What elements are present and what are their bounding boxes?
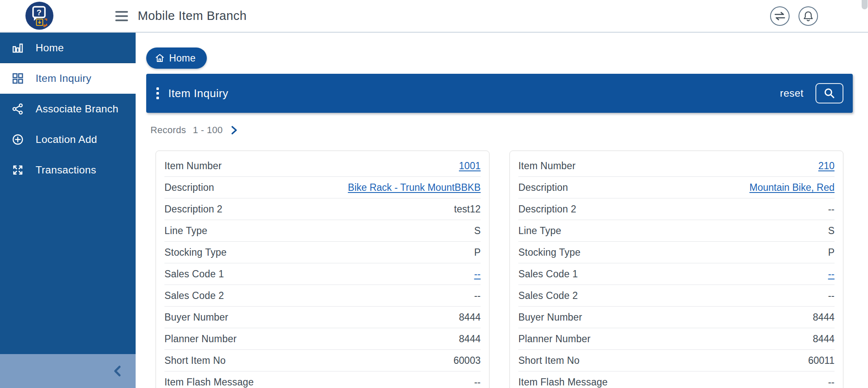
card-row: Sales Code 1 --	[518, 263, 835, 285]
sidebar-collapse-button[interactable]	[0, 354, 136, 388]
card-row: Short Item No 60003	[164, 350, 481, 371]
field-value: 8444	[813, 312, 835, 323]
card-row: Item Number 210	[518, 155, 835, 177]
card-row: Description 2 --	[518, 198, 835, 220]
card-row: Stocking Type P	[518, 242, 835, 263]
card-row: Short Item No 60011	[518, 350, 835, 371]
field-value: --	[474, 290, 481, 301]
item-card: Item Number 1001 Description Bike Rack -…	[156, 151, 490, 388]
page-title: Mobile Item Branch	[138, 9, 247, 23]
field-label: Sales Code 1	[164, 268, 224, 280]
sidebar-item-label: Item Inquiry	[36, 73, 92, 84]
chevron-right-icon	[230, 126, 238, 135]
field-label: Line Type	[518, 225, 561, 237]
kebab-icon[interactable]	[156, 87, 159, 99]
field-label: Description 2	[164, 204, 223, 215]
scrollbar-thumb[interactable]	[862, 0, 868, 9]
field-value: test12	[454, 204, 481, 215]
card-row: Item Flash Message --	[164, 371, 481, 388]
next-page-button[interactable]	[230, 126, 238, 135]
expand-arrows-icon	[11, 164, 24, 176]
bar-chart-icon	[11, 42, 24, 54]
sidebar-nav: Home Item Inquiry Associate Branch	[0, 33, 136, 388]
field-value: 60011	[808, 355, 835, 366]
plus-circle-icon	[11, 133, 24, 146]
field-label: Description 2	[518, 204, 576, 215]
field-value: 8444	[459, 312, 481, 323]
item-number-link[interactable]: 210	[818, 160, 835, 172]
field-label: Stocking Type	[164, 247, 227, 258]
field-label: Item Number	[164, 160, 222, 172]
field-value: S	[474, 225, 481, 237]
field-value: 8444	[459, 333, 481, 345]
app-logo-icon: ?	[25, 2, 53, 30]
sidebar-item-label: Location Add	[36, 134, 97, 145]
card-row: Sales Code 1 --	[164, 263, 481, 285]
search-button[interactable]	[815, 83, 843, 103]
field-label: Planner Number	[164, 333, 236, 345]
field-label: Description	[518, 182, 568, 193]
svg-text:?: ?	[36, 8, 42, 17]
header-actions	[770, 6, 818, 26]
card-row: Line Type S	[164, 220, 481, 242]
records-pagination: Records 1 - 100	[150, 125, 853, 136]
field-label: Sales Code 2	[164, 290, 224, 301]
card-row: Sales Code 2 --	[164, 285, 481, 307]
field-value: 60003	[453, 355, 481, 366]
grid-icon	[11, 72, 24, 85]
sidebar-item-home[interactable]: Home	[0, 33, 136, 63]
bell-icon[interactable]	[798, 6, 818, 26]
main-content: Home Item Inquiry reset Records 1 - 100	[136, 33, 868, 388]
field-value: --	[828, 204, 835, 215]
sidebar-item-associate-branch[interactable]: Associate Branch	[0, 94, 136, 124]
description-link[interactable]: Bike Rack - Trunk MountBBKB	[348, 182, 481, 193]
card-row: Stocking Type P	[164, 242, 481, 263]
card-row: Planner Number 8444	[518, 328, 835, 350]
records-range: 1 - 100	[193, 125, 223, 136]
description-link[interactable]: Mountain Bike, Red	[749, 182, 835, 193]
swap-arrows-icon[interactable]	[770, 6, 790, 26]
sidebar-item-label: Associate Branch	[36, 103, 118, 115]
field-label: Stocking Type	[518, 247, 581, 258]
card-row: Buyer Number 8444	[164, 307, 481, 328]
card-row: Line Type S	[518, 220, 835, 242]
item-number-link[interactable]: 1001	[459, 160, 481, 172]
search-icon	[823, 87, 835, 99]
field-value: P	[474, 247, 481, 258]
field-value: P	[828, 247, 835, 258]
breadcrumb-home-label: Home	[169, 53, 196, 64]
item-card: Item Number 210 Description Mountain Bik…	[509, 151, 843, 388]
share-icon	[11, 103, 24, 115]
hamburger-menu-icon[interactable]	[115, 11, 128, 21]
field-value: --	[828, 290, 835, 301]
records-label: Records	[150, 125, 186, 136]
sales-code-link[interactable]: --	[474, 268, 481, 280]
field-label: Item Flash Message	[164, 377, 254, 388]
field-value: S	[828, 225, 835, 237]
sidebar-item-transactions[interactable]: Transactions	[0, 155, 136, 185]
card-row: Buyer Number 8444	[518, 307, 835, 328]
item-cards: Item Number 1001 Description Bike Rack -…	[156, 151, 843, 388]
field-label: Line Type	[164, 225, 207, 237]
reset-button[interactable]: reset	[780, 87, 804, 99]
chevron-left-icon	[112, 365, 123, 377]
field-label: Sales Code 1	[518, 268, 578, 280]
breadcrumb-home-button[interactable]: Home	[146, 47, 207, 69]
sidebar-item-item-inquiry[interactable]: Item Inquiry	[0, 63, 136, 94]
card-row: Sales Code 2 --	[518, 285, 835, 307]
sidebar-item-location-add[interactable]: Location Add	[0, 124, 136, 155]
field-label: Buyer Number	[164, 312, 228, 323]
card-row: Item Flash Message --	[518, 371, 835, 388]
field-label: Buyer Number	[518, 312, 582, 323]
panel-title: Item Inquiry	[168, 87, 228, 100]
field-label: Planner Number	[518, 333, 590, 345]
field-label: Sales Code 2	[518, 290, 578, 301]
sidebar-item-label: Transactions	[36, 164, 96, 176]
card-row: Description Bike Rack - Trunk MountBBKB	[164, 177, 481, 198]
field-value: --	[828, 377, 835, 388]
field-value: 8444	[813, 333, 835, 345]
sales-code-link[interactable]: --	[828, 268, 835, 280]
item-inquiry-panel-header: Item Inquiry reset	[146, 74, 853, 113]
home-icon	[155, 53, 165, 63]
app-header: ? Mobile Item Branch	[0, 0, 868, 33]
